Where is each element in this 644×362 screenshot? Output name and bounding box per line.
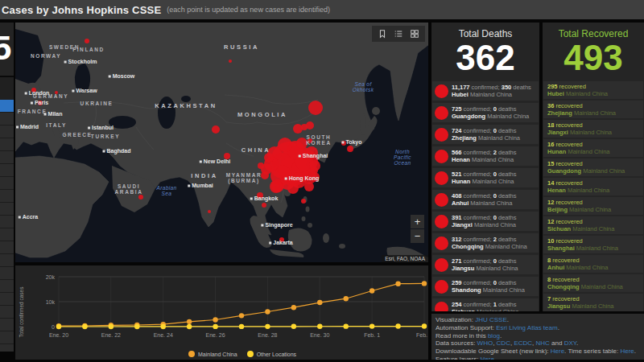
list-row-cutoff[interactable]	[0, 125, 14, 138]
legend-item-other-locations[interactable]: Other Locations	[247, 351, 296, 357]
credits-link[interactable]: blog	[488, 332, 500, 339]
death-list-item[interactable]: 724 confirmed; 0 deathsZhejiang Mainland…	[432, 125, 539, 144]
data-point[interactable]	[134, 324, 139, 329]
credits-link[interactable]: ECDC	[514, 339, 532, 347]
zoom-in-button[interactable]: +	[411, 215, 424, 228]
list-row-cutoff[interactable]	[0, 190, 14, 202]
case-cluster-dot[interactable]	[55, 91, 58, 94]
case-cluster-dot[interactable]	[301, 199, 306, 204]
case-cluster-dot[interactable]	[279, 237, 284, 242]
confirmed-cases-chart[interactable]: 010k20kEne. 20Ene. 22Ene. 24Ene. 26Ene. …	[15, 265, 428, 360]
data-point[interactable]	[291, 324, 296, 329]
list-row-cutoff[interactable]	[0, 164, 14, 176]
case-cluster-dot[interactable]	[224, 153, 230, 159]
case-cluster-dot[interactable]	[258, 162, 264, 169]
death-list-item[interactable]: 11,177 confirmed; 350 deathsHubei Mainla…	[432, 81, 539, 101]
case-cluster-dot[interactable]	[275, 186, 281, 192]
data-point[interactable]	[395, 323, 400, 328]
data-point[interactable]	[369, 323, 374, 328]
death-list-item[interactable]: 566 confirmed; 2 deathsHenan Mainland Ch…	[432, 146, 539, 166]
data-point[interactable]	[291, 305, 296, 310]
recovered-list-item[interactable]: 8 recoveredChongqing Mainland China	[543, 274, 643, 292]
case-cluster-dot[interactable]	[208, 210, 211, 213]
case-cluster-dot[interactable]	[305, 146, 318, 159]
map-panel[interactable]: RUSSIANORWAYSWEDENFINLANDGERMANYUKRAINEF…	[15, 23, 428, 262]
list-row-cutoff[interactable]	[0, 306, 14, 318]
death-list-item[interactable]: 725 confirmed; 0 deathsGuangdong Mainlan…	[432, 103, 539, 122]
list-row-cutoff[interactable]	[0, 293, 14, 305]
zoom-out-button[interactable]: −	[411, 229, 424, 243]
case-cluster-dot[interactable]	[261, 171, 269, 179]
recovered-list-item[interactable]: 7 recoveredJiangsu Mainland China	[543, 294, 643, 311]
death-list-item[interactable]: 408 confirmed; 0 deathsAnhui Mainland Ch…	[432, 190, 539, 209]
data-point[interactable]	[317, 324, 322, 329]
list-row-cutoff[interactable]	[0, 319, 14, 331]
data-point[interactable]	[82, 324, 87, 329]
recovered-list-item[interactable]: 14 recoveredHenan Mainland China	[543, 178, 643, 195]
data-point[interactable]	[56, 324, 61, 329]
case-cluster-dot[interactable]	[341, 141, 346, 146]
case-cluster-dot[interactable]	[287, 183, 299, 194]
list-row-cutoff[interactable]	[0, 151, 14, 163]
credits-link[interactable]: NHC	[536, 339, 550, 347]
recovered-list-item[interactable]: 10 recoveredShanghai Mainland China	[543, 236, 643, 253]
recovered-list-item[interactable]: 18 recoveredJiangxi Mainland China	[543, 120, 643, 138]
credits-link[interactable]: CDC	[497, 339, 510, 347]
list-row-cutoff[interactable]	[0, 138, 14, 150]
death-list-item[interactable]: 271 confirmed; 0 deathsJiangsu Mainland …	[432, 255, 539, 274]
data-point[interactable]	[422, 281, 427, 286]
case-cluster-dot[interactable]	[304, 182, 314, 191]
left-panel-cutoff[interactable]: 5	[0, 23, 14, 352]
credits-link[interactable]: WHO	[477, 339, 493, 347]
recovered-list[interactable]: 295 recoveredHubei Mainland China36 reco…	[543, 81, 644, 311]
case-cluster-dot[interactable]	[308, 138, 312, 143]
data-point[interactable]	[213, 324, 217, 329]
data-point[interactable]	[239, 313, 244, 318]
case-cluster-dot[interactable]	[347, 146, 353, 152]
data-point[interactable]	[265, 309, 270, 314]
recovered-list-item[interactable]: 12 recoveredSichuan Mainland China	[543, 216, 643, 234]
list-row-cutoff[interactable]	[0, 113, 14, 125]
case-cluster-dot[interactable]	[310, 167, 318, 175]
basemap-icon[interactable]	[409, 28, 420, 39]
data-point[interactable]	[369, 288, 374, 293]
recovered-list-item[interactable]: 295 recoveredHubei Mainland China	[543, 81, 643, 99]
list-row-cutoff[interactable]	[0, 177, 14, 189]
list-row-cutoff[interactable]	[0, 241, 14, 253]
case-cluster-dot[interactable]	[257, 192, 263, 199]
case-cluster-dot[interactable]	[296, 138, 308, 149]
legend-icon[interactable]	[393, 28, 404, 39]
data-point[interactable]	[187, 319, 192, 324]
data-point[interactable]	[344, 323, 349, 328]
case-cluster-dot[interactable]	[85, 39, 89, 43]
case-cluster-dot[interactable]	[38, 101, 43, 105]
case-cluster-dot[interactable]	[308, 101, 323, 115]
credits-link[interactable]: Here	[620, 348, 634, 355]
list-row-cutoff[interactable]	[0, 254, 14, 266]
case-cluster-dot[interactable]	[264, 153, 274, 162]
recovered-list-item[interactable]: 36 recoveredZhejiang Mainland China	[543, 101, 643, 118]
recovered-list-item[interactable]: 15 recoveredGuangdong Mainland China	[543, 158, 643, 176]
case-cluster-dot[interactable]	[229, 60, 232, 63]
recovered-list-item[interactable]: 16 recoveredHunan Mainland China	[543, 139, 643, 157]
case-cluster-dot[interactable]	[31, 88, 36, 93]
credits-link[interactable]: DXY	[564, 339, 576, 347]
data-point[interactable]	[395, 282, 400, 286]
list-row-cutoff[interactable]	[0, 280, 14, 292]
legend-item-mainland-china[interactable]: Mainland China	[188, 351, 237, 357]
recovered-list-item[interactable]: 8 recoveredAnhui Mainland China	[543, 255, 643, 273]
credits-link[interactable]: Here	[481, 356, 494, 360]
list-row-cutoff[interactable]	[0, 203, 14, 215]
death-list-item[interactable]: 312 confirmed; 2 deathsChongqing Mainlan…	[432, 233, 539, 253]
data-point[interactable]	[187, 324, 192, 329]
world-map[interactable]	[15, 23, 428, 262]
data-point[interactable]	[109, 324, 114, 329]
data-point[interactable]	[422, 323, 427, 328]
list-row-cutoff[interactable]	[0, 216, 14, 228]
death-list-item[interactable]: 254 confirmed; 1 deathsSichuan Mainland …	[432, 298, 539, 311]
list-row-cutoff[interactable]	[0, 100, 14, 112]
case-cluster-dot[interactable]	[301, 124, 308, 130]
list-row-cutoff[interactable]	[0, 228, 14, 241]
data-point[interactable]	[239, 324, 244, 329]
death-list-item[interactable]: 391 confirmed; 0 deathsJiangxi Mainland …	[432, 212, 539, 231]
